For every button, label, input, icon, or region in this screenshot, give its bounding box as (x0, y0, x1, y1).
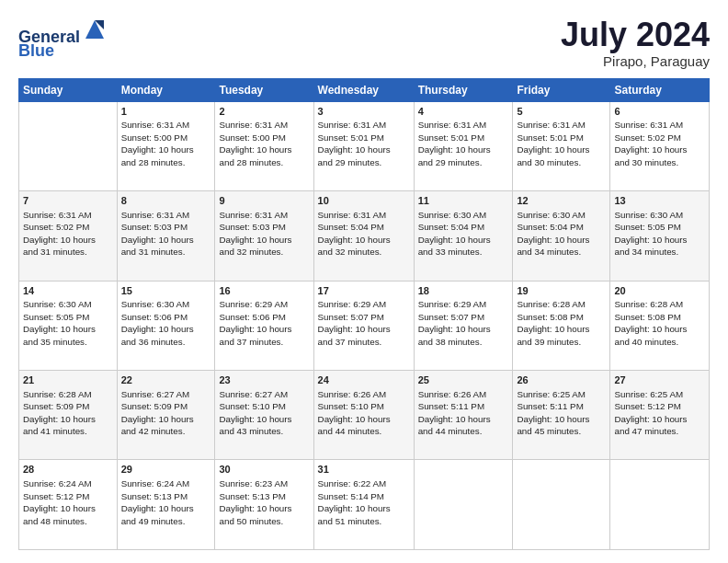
day-number: 17 (318, 284, 410, 298)
calendar-cell: 11Sunrise: 6:30 AM Sunset: 5:04 PM Dayli… (414, 191, 513, 281)
weekday-header-thursday: Thursday (414, 78, 513, 101)
calendar-cell (19, 101, 118, 190)
day-number: 20 (614, 284, 705, 298)
week-row-4: 21Sunrise: 6:28 AM Sunset: 5:09 PM Dayli… (19, 371, 710, 460)
month-title: July 2024 (561, 17, 710, 53)
day-number: 7 (23, 194, 113, 208)
day-number: 5 (517, 105, 606, 119)
day-info: Sunrise: 6:27 AM Sunset: 5:09 PM Dayligh… (121, 388, 211, 438)
calendar-cell: 8Sunrise: 6:31 AM Sunset: 5:03 PM Daylig… (117, 191, 215, 281)
day-number: 3 (318, 105, 410, 119)
weekday-header-saturday: Saturday (610, 78, 710, 101)
day-info: Sunrise: 6:31 AM Sunset: 5:01 PM Dayligh… (418, 119, 509, 168)
day-number: 24 (318, 373, 410, 387)
day-number: 28 (23, 463, 113, 477)
day-number: 13 (614, 194, 705, 208)
weekday-header-friday: Friday (513, 78, 610, 101)
day-info: Sunrise: 6:29 AM Sunset: 5:07 PM Dayligh… (318, 298, 410, 348)
calendar-cell: 19Sunrise: 6:28 AM Sunset: 5:08 PM Dayli… (513, 281, 610, 370)
day-info: Sunrise: 6:24 AM Sunset: 5:13 PM Dayligh… (121, 477, 211, 527)
calendar-cell: 5Sunrise: 6:31 AM Sunset: 5:01 PM Daylig… (513, 101, 610, 190)
week-row-2: 7Sunrise: 6:31 AM Sunset: 5:02 PM Daylig… (19, 191, 710, 281)
calendar-cell: 24Sunrise: 6:26 AM Sunset: 5:10 PM Dayli… (313, 371, 414, 460)
day-info: Sunrise: 6:31 AM Sunset: 5:00 PM Dayligh… (121, 119, 211, 168)
day-info: Sunrise: 6:25 AM Sunset: 5:12 PM Dayligh… (614, 388, 705, 438)
calendar-cell (414, 460, 513, 550)
day-info: Sunrise: 6:31 AM Sunset: 5:02 PM Dayligh… (23, 209, 113, 259)
day-info: Sunrise: 6:30 AM Sunset: 5:05 PM Dayligh… (23, 298, 113, 348)
day-info: Sunrise: 6:27 AM Sunset: 5:10 PM Dayligh… (219, 388, 309, 438)
weekday-header-monday: Monday (117, 78, 215, 101)
day-info: Sunrise: 6:30 AM Sunset: 5:04 PM Dayligh… (418, 209, 509, 259)
calendar-cell: 22Sunrise: 6:27 AM Sunset: 5:09 PM Dayli… (117, 371, 215, 460)
day-number: 27 (614, 373, 705, 387)
calendar-cell: 18Sunrise: 6:29 AM Sunset: 5:07 PM Dayli… (414, 281, 513, 370)
calendar-cell: 6Sunrise: 6:31 AM Sunset: 5:02 PM Daylig… (610, 101, 710, 190)
calendar-cell: 10Sunrise: 6:31 AM Sunset: 5:04 PM Dayli… (313, 191, 414, 281)
day-info: Sunrise: 6:26 AM Sunset: 5:10 PM Dayligh… (318, 388, 410, 438)
day-number: 31 (318, 463, 410, 477)
day-number: 26 (517, 373, 606, 387)
day-info: Sunrise: 6:24 AM Sunset: 5:12 PM Dayligh… (23, 477, 113, 527)
day-number: 21 (23, 373, 113, 387)
calendar-cell: 29Sunrise: 6:24 AM Sunset: 5:13 PM Dayli… (117, 460, 215, 550)
calendar-cell: 1Sunrise: 6:31 AM Sunset: 5:00 PM Daylig… (117, 101, 215, 190)
day-info: Sunrise: 6:31 AM Sunset: 5:01 PM Dayligh… (318, 119, 410, 168)
day-number: 6 (614, 105, 705, 119)
day-info: Sunrise: 6:29 AM Sunset: 5:07 PM Dayligh… (418, 298, 509, 348)
day-number: 14 (23, 284, 113, 298)
weekday-header-row: SundayMondayTuesdayWednesdayThursdayFrid… (19, 78, 710, 101)
day-info: Sunrise: 6:30 AM Sunset: 5:06 PM Dayligh… (121, 298, 211, 348)
day-number: 30 (219, 463, 309, 477)
day-number: 8 (121, 194, 211, 208)
logo: General Blue (18, 17, 108, 61)
calendar-cell: 12Sunrise: 6:30 AM Sunset: 5:04 PM Dayli… (513, 191, 610, 281)
calendar-cell: 20Sunrise: 6:28 AM Sunset: 5:08 PM Dayli… (610, 281, 710, 370)
day-info: Sunrise: 6:31 AM Sunset: 5:04 PM Dayligh… (318, 209, 410, 259)
logo-blue: Blue (18, 41, 54, 61)
calendar-cell (513, 460, 610, 550)
calendar-cell: 30Sunrise: 6:23 AM Sunset: 5:13 PM Dayli… (215, 460, 313, 550)
day-info: Sunrise: 6:30 AM Sunset: 5:04 PM Dayligh… (517, 209, 606, 259)
page: General Blue July 2024 Pirapo, Paraguay … (0, 0, 728, 563)
calendar-cell: 4Sunrise: 6:31 AM Sunset: 5:01 PM Daylig… (414, 101, 513, 190)
day-info: Sunrise: 6:31 AM Sunset: 5:03 PM Dayligh… (219, 209, 309, 259)
day-number: 25 (418, 373, 509, 387)
day-number: 2 (219, 105, 309, 119)
day-number: 15 (121, 284, 211, 298)
day-info: Sunrise: 6:23 AM Sunset: 5:13 PM Dayligh… (219, 477, 309, 527)
title-block: July 2024 Pirapo, Paraguay (561, 17, 710, 69)
day-number: 11 (418, 194, 509, 208)
weekday-header-tuesday: Tuesday (215, 78, 313, 101)
day-info: Sunrise: 6:28 AM Sunset: 5:09 PM Dayligh… (23, 388, 113, 438)
calendar-cell: 25Sunrise: 6:26 AM Sunset: 5:11 PM Dayli… (414, 371, 513, 460)
day-number: 4 (418, 105, 509, 119)
logo-icon (82, 17, 108, 42)
calendar-cell (610, 460, 710, 550)
week-row-3: 14Sunrise: 6:30 AM Sunset: 5:05 PM Dayli… (19, 281, 710, 370)
day-number: 16 (219, 284, 309, 298)
calendar-cell: 31Sunrise: 6:22 AM Sunset: 5:14 PM Dayli… (313, 460, 414, 550)
calendar-cell: 7Sunrise: 6:31 AM Sunset: 5:02 PM Daylig… (19, 191, 118, 281)
day-info: Sunrise: 6:25 AM Sunset: 5:11 PM Dayligh… (517, 388, 606, 438)
day-info: Sunrise: 6:28 AM Sunset: 5:08 PM Dayligh… (614, 298, 705, 348)
day-info: Sunrise: 6:31 AM Sunset: 5:02 PM Dayligh… (614, 119, 705, 168)
weekday-header-wednesday: Wednesday (313, 78, 414, 101)
calendar-cell: 3Sunrise: 6:31 AM Sunset: 5:01 PM Daylig… (313, 101, 414, 190)
week-row-1: 1Sunrise: 6:31 AM Sunset: 5:00 PM Daylig… (19, 101, 710, 190)
day-number: 29 (121, 463, 211, 477)
calendar-cell: 13Sunrise: 6:30 AM Sunset: 5:05 PM Dayli… (610, 191, 710, 281)
day-number: 9 (219, 194, 309, 208)
calendar-table: SundayMondayTuesdayWednesdayThursdayFrid… (18, 78, 710, 550)
weekday-header-sunday: Sunday (19, 78, 118, 101)
day-info: Sunrise: 6:31 AM Sunset: 5:00 PM Dayligh… (219, 119, 309, 168)
day-info: Sunrise: 6:30 AM Sunset: 5:05 PM Dayligh… (614, 209, 705, 259)
day-info: Sunrise: 6:22 AM Sunset: 5:14 PM Dayligh… (318, 477, 410, 527)
calendar-cell: 14Sunrise: 6:30 AM Sunset: 5:05 PM Dayli… (19, 281, 118, 370)
calendar-cell: 26Sunrise: 6:25 AM Sunset: 5:11 PM Dayli… (513, 371, 610, 460)
day-number: 22 (121, 373, 211, 387)
day-info: Sunrise: 6:31 AM Sunset: 5:01 PM Dayligh… (517, 119, 606, 168)
week-row-5: 28Sunrise: 6:24 AM Sunset: 5:12 PM Dayli… (19, 460, 710, 550)
calendar-cell: 2Sunrise: 6:31 AM Sunset: 5:00 PM Daylig… (215, 101, 313, 190)
day-number: 18 (418, 284, 509, 298)
